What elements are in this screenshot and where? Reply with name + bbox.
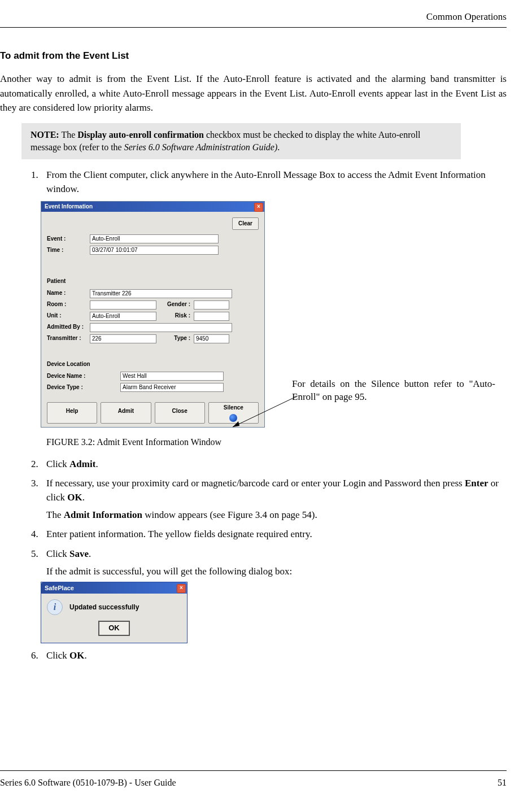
field-transmitter[interactable]: 226 — [90, 334, 156, 343]
label-room: Room : — [47, 300, 90, 309]
close-button[interactable]: Close — [155, 402, 205, 424]
field-event[interactable]: Auto-Enroll — [90, 234, 219, 243]
group-patient: Patient — [47, 277, 259, 286]
event-dialog-body: Clear Event : Auto-Enroll Time : 03/27/0… — [41, 212, 264, 427]
footer-rule — [0, 770, 507, 771]
note-text-3: . — [277, 142, 280, 152]
step-3-sub-suffix: window appears (see Figure 3.4 on page 5… — [142, 509, 317, 520]
steps-list: From the Client computer, click anywhere… — [0, 168, 507, 662]
silence-label: Silence — [224, 404, 243, 411]
info-icon: i — [47, 599, 63, 615]
event-info-dialog: Event Information × Clear Event : Auto-E… — [41, 201, 265, 428]
document-page: Common Operations To admit from the Even… — [0, 0, 532, 802]
step-2-suffix: . — [95, 459, 98, 469]
step-5-suffix: . — [89, 548, 91, 559]
figure-caption: FIGURE 3.2: Admit Event Information Wind… — [46, 435, 507, 448]
label-device-type: Device Type : — [47, 383, 120, 392]
step-5: Click Save. If the admit is successful, … — [41, 547, 507, 643]
ok-button[interactable]: OK — [98, 621, 130, 636]
step-2-bold: Admit — [69, 459, 95, 469]
label-unit: Unit : — [47, 312, 90, 320]
step-5-sub: If the admit is successful, you will get… — [46, 565, 507, 579]
safeplace-body: i Updated successfully — [41, 594, 187, 621]
label-transmitter: Transmitter : — [47, 334, 90, 343]
close-icon[interactable]: × — [254, 203, 263, 212]
note-box: NOTE: The Display auto-enroll confirmati… — [21, 123, 461, 160]
admit-button[interactable]: Admit — [101, 402, 151, 424]
label-event: Event : — [47, 235, 90, 243]
step-6-suffix: . — [85, 650, 87, 661]
silence-button[interactable]: Silence — [208, 402, 259, 424]
figure-wrap: Event Information × Clear Event : Auto-E… — [41, 201, 507, 428]
step-6: Click OK. — [41, 649, 507, 663]
step-3-sub-bold: Admit Information — [64, 509, 142, 520]
note-italic-1: Series 6.0 Software Administration Guide… — [124, 142, 278, 152]
field-unit[interactable]: Auto-Enroll — [90, 312, 156, 321]
header-rule — [0, 27, 507, 28]
help-button[interactable]: Help — [47, 402, 97, 424]
section-heading: To admit from the Event List — [0, 50, 507, 62]
step-1: From the Client computer, click anywhere… — [41, 168, 507, 448]
field-type[interactable]: 9450 — [194, 334, 229, 343]
close-icon[interactable]: × — [177, 584, 186, 593]
field-risk[interactable] — [194, 312, 229, 321]
field-device-name[interactable]: West Hall — [120, 372, 224, 381]
step-2-prefix: Click — [46, 459, 69, 469]
step-3-sub: The Admit Information window appears (se… — [46, 508, 507, 522]
note-text-1: The — [59, 130, 78, 140]
dialog-button-bar: Help Admit Close Silence — [47, 402, 259, 424]
step-5-prefix: Click — [46, 548, 69, 559]
step-6-prefix: Click — [46, 650, 69, 661]
field-room[interactable] — [90, 300, 156, 310]
safeplace-message: Updated successfully — [69, 603, 139, 612]
safeplace-title: SafePlace — [45, 585, 74, 591]
step-3-prefix: If necessary, use your proximity card or… — [46, 478, 465, 489]
safeplace-titlebar: SafePlace × — [41, 582, 187, 594]
step-3-sub-prefix: The — [46, 509, 64, 520]
field-name[interactable]: Transmitter 226 — [90, 289, 232, 298]
label-gender: Gender : — [156, 300, 194, 309]
step-3-suffix: . — [82, 492, 85, 503]
callout-text: For details on the Silence button refer … — [292, 377, 495, 404]
intro-paragraph: Another way to admit is from the Event L… — [0, 72, 507, 115]
field-gender[interactable] — [194, 300, 229, 310]
step-3-bold2: OK — [67, 492, 82, 503]
silence-icon — [229, 414, 237, 422]
label-time: Time : — [47, 246, 90, 255]
step-6-bold: OK — [69, 650, 84, 661]
label-admitted-by: Admitted By : — [47, 323, 90, 332]
step-1-text: From the Client computer, click anywhere… — [46, 169, 486, 194]
running-header: Common Operations — [0, 11, 507, 23]
footer-left: Series 6.0 Software (0510-1079-B) - User… — [0, 778, 176, 788]
safeplace-ok-row: OK — [41, 621, 187, 643]
step-2: Click Admit. — [41, 457, 507, 472]
field-admitted-by[interactable] — [90, 323, 232, 332]
group-device-location: Device Location — [47, 360, 259, 369]
step-4: Enter patient information. The yellow fi… — [41, 528, 507, 542]
step-3-bold1: Enter — [465, 478, 489, 489]
footer-page-number: 51 — [498, 778, 507, 788]
step-3: If necessary, use your proximity card or… — [41, 477, 507, 522]
label-name: Name : — [47, 289, 90, 298]
event-dialog-titlebar: Event Information × — [41, 202, 264, 212]
label-device-name: Device Name : — [47, 372, 120, 381]
note-bold-1: Display auto-enroll confirmation — [77, 130, 204, 140]
label-risk: Risk : — [156, 312, 194, 320]
event-dialog-title: Event Information — [45, 203, 93, 210]
label-type: Type : — [156, 334, 194, 343]
step-5-bold: Save — [69, 548, 89, 559]
note-label: NOTE: — [30, 130, 59, 140]
field-time[interactable]: 03/27/07 10:01:07 — [90, 246, 219, 255]
clear-button[interactable]: Clear — [232, 217, 259, 230]
safeplace-dialog: SafePlace × i Updated successfully OK — [41, 582, 187, 643]
field-device-type[interactable]: Alarm Band Receiver — [120, 383, 224, 392]
